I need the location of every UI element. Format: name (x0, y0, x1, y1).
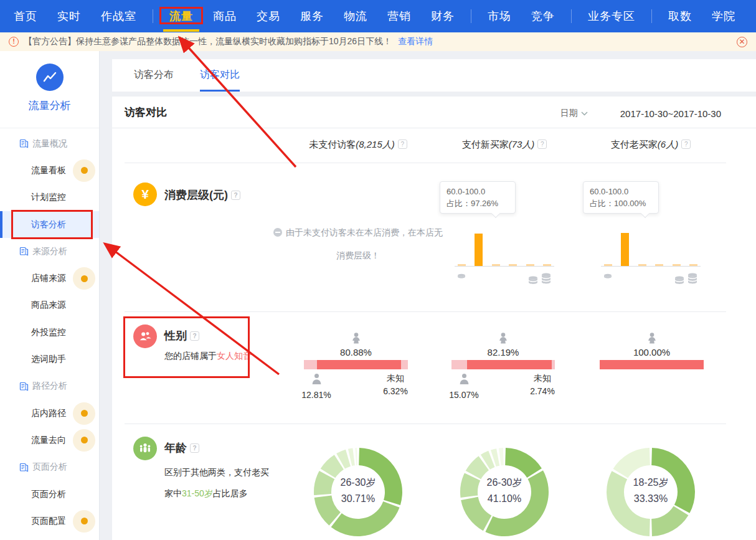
page-title: 访客对比 (125, 105, 167, 120)
sidebar-item-页面配置[interactable]: 页面配置 (0, 508, 99, 534)
help-icon[interactable]: ? (681, 140, 691, 149)
date-filter-dropdown[interactable]: 日期 (560, 108, 588, 119)
nav-item-label: 作战室 (101, 10, 136, 22)
low-spend-coin-icon (456, 270, 467, 288)
male-percent: 15.07% (442, 390, 486, 400)
nav-item-流量[interactable]: 流量 (161, 0, 202, 32)
nav-divider (471, 9, 471, 23)
gender-ratio-bar (600, 360, 704, 369)
consumption-note: 由于未支付访客未在本店消费，在本店无 消费层级！ (268, 227, 448, 262)
sidebar-item-访客分析[interactable]: 访客分析 (0, 211, 99, 238)
female-bar-segment (317, 360, 401, 369)
nav-item-营销[interactable]: 营销 (379, 0, 420, 32)
nav-item-商品[interactable]: 商品 (204, 0, 245, 32)
female-percent: 80.88% (304, 347, 408, 358)
top-navigation: 首页实时作战室流量商品交易服务物流营销财务市场竞争业务专区取数学院 (0, 0, 756, 32)
age-donut-支付老买家: 18-25岁33.33% (601, 442, 701, 540)
sidebar-item-页面分析[interactable]: 页面分析 (0, 481, 99, 508)
sidebar-group-流量概况: 流量概况 (0, 130, 99, 157)
column-count: (73人) (509, 139, 535, 149)
sidebar-item-label: 商品来源 (31, 300, 66, 311)
report-icon (19, 463, 29, 472)
nav-item-label: 学院 (712, 10, 735, 22)
consumption-chart-paid-new: 60.0-100.0占比：97.26% (455, 196, 554, 267)
sidebar-item-商品来源[interactable]: 商品来源 (0, 292, 99, 319)
sidebar-item-店内路径[interactable]: 店内路径 (0, 400, 99, 427)
nav-item-服务[interactable]: 服务 (291, 0, 333, 32)
announcement-detail-link[interactable]: 查看详情 (398, 36, 433, 47)
bar (458, 264, 466, 266)
sidebar-item-店铺来源[interactable]: 店铺来源 (0, 265, 99, 291)
nav-item-label: 取数 (668, 10, 692, 22)
column-count: (6人) (658, 139, 678, 149)
close-icon[interactable]: ✕ (737, 37, 747, 47)
sidebar-item-计划监控[interactable]: 计划监控 (0, 184, 99, 211)
nav-item-label: 市场 (488, 10, 511, 22)
bar (475, 234, 483, 266)
donut-top-age-bucket: 18-25岁 (617, 475, 685, 491)
help-icon[interactable]: ? (190, 443, 199, 453)
sidebar-item-label: 流量看板 (31, 165, 66, 176)
tab-访客对比[interactable]: 访客对比 (200, 59, 240, 92)
bar (526, 264, 534, 266)
sidebar-title: 流量分析 (0, 98, 99, 113)
report-icon (19, 382, 29, 391)
axis-coin-icons (601, 270, 701, 288)
female-bar-segment (467, 360, 552, 369)
nav-item-学院[interactable]: 学院 (703, 0, 744, 32)
chevron-down-icon (581, 111, 588, 116)
help-icon[interactable]: ? (190, 331, 199, 341)
sidebar-item-外投监控[interactable]: 外投监控 (0, 319, 99, 346)
nav-item-实时[interactable]: 实时 (49, 0, 90, 32)
help-icon[interactable]: ? (537, 140, 547, 149)
sidebar-item-流量去向[interactable]: 流量去向 (0, 427, 99, 453)
nav-item-首页[interactable]: 首页 (5, 0, 46, 32)
nav-item-业务专区[interactable]: 业务专区 (579, 0, 644, 32)
sidebar-item-label: 店内路径 (31, 408, 66, 419)
sidebar-item-流量看板[interactable]: 流量看板 (0, 157, 99, 184)
nav-item-财务[interactable]: 财务 (422, 0, 463, 32)
unknown-percent: 6.32% (374, 386, 417, 396)
date-range-value[interactable]: 2017-10-30~2017-10-30 (620, 108, 721, 119)
new-feature-badge (73, 429, 95, 452)
high-spend-coins-icon (527, 270, 553, 288)
column-header-支付老买家: 支付老买家(6人)? (579, 139, 722, 151)
traffic-analysis-icon (36, 64, 64, 91)
help-icon[interactable]: ? (398, 140, 407, 149)
unknown-bar-segment (552, 360, 555, 369)
nav-divider (651, 9, 652, 23)
tab-访客分布[interactable]: 访客分布 (134, 59, 174, 92)
column-label: 支付新买家 (462, 139, 509, 149)
column-header-未支付访客: 未支付访客(8,215人)? (286, 139, 430, 151)
gender-section-icon (133, 324, 157, 348)
donut-top-age-bucket: 26-30岁 (324, 475, 392, 491)
bar-group (601, 196, 701, 266)
nav-item-label: 流量 (169, 10, 193, 22)
gender-chart-支付老买家: 100.00% (600, 332, 704, 419)
sidebar-header: 流量分析 (0, 51, 99, 128)
consumption-section-title: 消费层级(元)? (164, 187, 240, 202)
high-spend-coins-icon (673, 270, 699, 288)
nav-divider (153, 9, 153, 23)
nav-item-竞争[interactable]: 竞争 (522, 0, 564, 32)
donut-center-label: 26-30岁41.10% (470, 475, 539, 507)
nav-item-label: 商品 (213, 10, 237, 22)
tab-bar: 访客分布访客对比 (112, 59, 756, 92)
column-label: 未支付访客 (309, 139, 356, 149)
bar (655, 264, 663, 266)
sidebar-item-选词助手[interactable]: 选词助手 (0, 346, 99, 372)
nav-item-市场[interactable]: 市场 (479, 0, 520, 32)
bar (638, 264, 646, 266)
nav-item-label: 物流 (344, 10, 367, 22)
report-icon (19, 139, 29, 148)
bar (621, 233, 629, 266)
help-icon[interactable]: ? (231, 191, 240, 200)
bar-group (455, 196, 554, 266)
nav-item-取数[interactable]: 取数 (659, 0, 701, 32)
nav-item-作战室[interactable]: 作战室 (92, 0, 145, 32)
gender-section-title: 性别? (164, 328, 199, 343)
female-icon (498, 332, 509, 347)
nav-item-物流[interactable]: 物流 (335, 0, 376, 32)
minus-icon (273, 228, 282, 237)
nav-item-交易[interactable]: 交易 (248, 0, 289, 32)
